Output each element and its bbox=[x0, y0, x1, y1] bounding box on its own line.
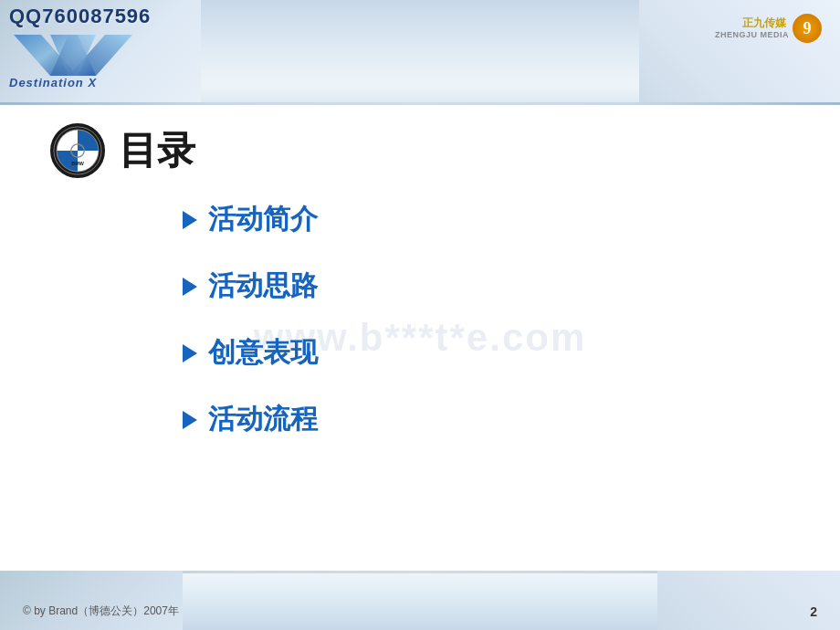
menu-label-4: 活动流程 bbox=[208, 401, 318, 438]
menu-arrow-1 bbox=[183, 211, 197, 229]
bmw-logo: BMW bbox=[50, 123, 105, 178]
slide: QQ760087596 bbox=[0, 0, 840, 630]
menu-label-1: 活动简介 bbox=[208, 201, 318, 238]
menu-item-3: 创意表现 bbox=[183, 334, 318, 372]
menu-label-2: 活动思路 bbox=[208, 268, 318, 305]
footer-page-number: 2 bbox=[810, 604, 817, 619]
content-area: BMW 目录 www.b***t*e.com 活动简介 活动思路 创意表现 bbox=[0, 105, 840, 571]
menu-item-1: 活动简介 bbox=[183, 201, 318, 238]
footer-area: © by Brand（博德公关）2007年 2 bbox=[0, 571, 840, 630]
x-logo-graphic bbox=[9, 30, 137, 80]
menu-arrow-2 bbox=[183, 278, 197, 296]
zhengju-logo: 正九传媒 ZHENGJU MEDIA 9 bbox=[715, 14, 822, 43]
header-area: QQ760087596 bbox=[0, 0, 840, 105]
destination-logo: Destination X bbox=[9, 30, 178, 89]
footer-left-wall bbox=[0, 571, 183, 630]
zhengju-cn-text: 正九传媒 bbox=[742, 16, 786, 29]
page-title-row: BMW 目录 bbox=[50, 123, 195, 178]
menu-arrow-4 bbox=[183, 411, 197, 429]
zhengju-circle: 9 bbox=[793, 14, 822, 43]
logo-container: QQ760087596 bbox=[9, 5, 178, 96]
zhengju-en-text: ZHENGJU MEDIA bbox=[715, 30, 789, 40]
menu-item-4: 活动流程 bbox=[183, 401, 318, 438]
footer-right-wall bbox=[657, 571, 840, 630]
page-title: 目录 bbox=[119, 125, 195, 176]
menu-arrow-3 bbox=[183, 344, 197, 362]
svg-text:BMW: BMW bbox=[71, 161, 84, 166]
menu-list: 活动简介 活动思路 创意表现 活动流程 bbox=[183, 201, 318, 467]
menu-label-3: 创意表现 bbox=[208, 334, 318, 372]
menu-item-2: 活动思路 bbox=[183, 268, 318, 305]
footer-copyright: © by Brand（博德公关）2007年 bbox=[23, 604, 179, 619]
qq-number: QQ760087596 bbox=[9, 5, 178, 28]
